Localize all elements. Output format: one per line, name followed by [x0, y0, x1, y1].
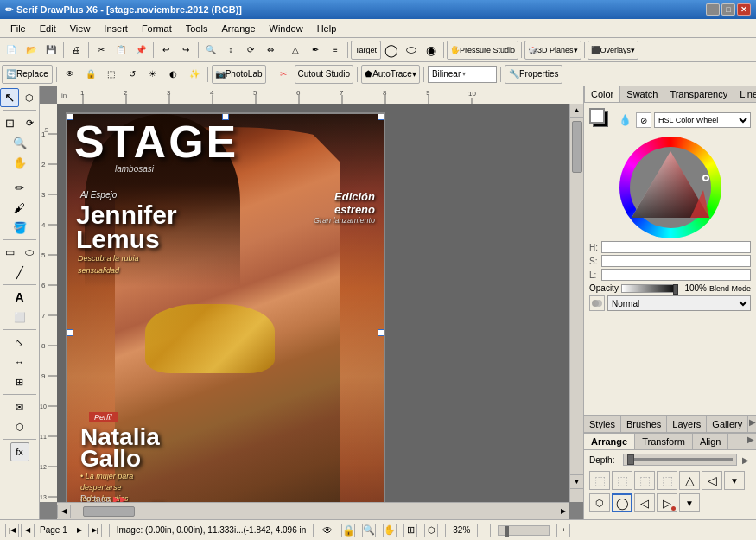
tab-transform[interactable]: Transform [635, 434, 693, 449]
replace-button[interactable]: 🔄 Replace [2, 65, 53, 84]
tab-styles[interactable]: Styles [584, 416, 621, 432]
menu-format[interactable]: Format [135, 22, 179, 35]
align-button[interactable]: ≡ [326, 41, 345, 60]
overlays-button[interactable]: ⬛ Overlays▾ [588, 41, 639, 60]
tab-layers[interactable]: Layers [667, 416, 707, 432]
pan-tool[interactable]: ✋ [10, 153, 29, 172]
menu-view[interactable]: View [63, 22, 98, 35]
zoom-button[interactable]: 🔍 [201, 41, 220, 60]
maximize-button[interactable]: □ [721, 3, 735, 16]
circle-btn[interactable]: ◐ [164, 65, 183, 84]
zoom-out-button[interactable]: 🔍 [362, 524, 376, 537]
selection-handle-tm[interactable] [222, 113, 229, 120]
planes-button[interactable]: 🎲 3D Planes▾ [524, 41, 581, 60]
depth-thumb[interactable] [627, 454, 634, 465]
menu-insert[interactable]: Insert [97, 22, 135, 35]
line-tool[interactable]: ╱ [10, 263, 29, 282]
menu-arrange[interactable]: Arrange [214, 22, 262, 35]
envelope-tool[interactable]: ✉ [10, 397, 29, 416]
circle-btn3[interactable]: ◉ [422, 41, 441, 60]
selection-handle-tl[interactable] [67, 113, 73, 120]
print-button[interactable]: 🖨 [67, 41, 86, 60]
tab-arrange[interactable]: Arrange [584, 434, 635, 449]
tab-align[interactable]: Align [693, 434, 728, 449]
new-button[interactable]: 📄 [2, 41, 21, 60]
table-tool[interactable]: ⊞ [10, 372, 29, 391]
color-marker[interactable] [702, 175, 709, 181]
menu-file[interactable]: File [3, 22, 33, 35]
fit-page-button[interactable]: ⊞ [403, 524, 417, 537]
effects-tool[interactable]: fx [10, 442, 29, 461]
magazine-cover[interactable]: STAGE lambosasi Al Espejo Jennifer Lemus… [66, 112, 385, 502]
pen-button[interactable]: ✒ [306, 41, 325, 60]
prev-page-button[interactable]: ◀ [21, 524, 35, 537]
opacity-slider[interactable] [621, 284, 678, 293]
tab-transparency[interactable]: Transparency [664, 86, 734, 102]
view-toggle-button[interactable]: 👁 [321, 524, 334, 537]
properties-button[interactable]: 🔧 Properties [505, 65, 563, 84]
rotate-button[interactable]: ⟳ [241, 41, 260, 60]
color-swatches[interactable] [589, 108, 613, 132]
none-color-button[interactable]: ⊘ [636, 112, 651, 128]
target-button[interactable]: Target [351, 41, 381, 60]
lock-button[interactable]: 🔒 [81, 65, 100, 84]
selection-handle-tr[interactable] [378, 113, 384, 120]
tab-gallery[interactable]: Gallery [707, 416, 748, 432]
minimize-button[interactable]: ─ [706, 3, 720, 16]
zoom-minus-button[interactable]: − [477, 524, 491, 537]
styles-expand-icon[interactable]: ▶ [748, 416, 756, 427]
circle-btn2[interactable]: ⬭ [402, 41, 421, 60]
connector-tool[interactable]: ⤡ [10, 333, 29, 352]
fg-swatch[interactable] [589, 108, 605, 124]
depth-expand-icon[interactable]: ▶ [740, 454, 751, 465]
move-back-button[interactable]: ⬚ [589, 471, 610, 490]
sun-button[interactable]: ☀ [143, 65, 162, 84]
refresh-button[interactable]: ↺ [123, 65, 142, 84]
text-tool[interactable]: A [10, 288, 29, 307]
pan-status-button[interactable]: ✋ [383, 524, 397, 537]
zoom-slider[interactable] [498, 525, 550, 536]
hand-tool-button[interactable]: 🔒 [341, 524, 355, 537]
crop-tool[interactable]: ⊡ [0, 113, 19, 132]
titlebar-controls[interactable]: ─ □ ✕ [706, 3, 751, 16]
eye-button[interactable]: 👁 [60, 65, 79, 84]
selection-handle-ml[interactable] [67, 329, 73, 336]
more-arrange-button[interactable]: ▼ [724, 471, 745, 490]
tab-line[interactable]: Line [734, 86, 756, 102]
menu-help[interactable]: Help [310, 22, 344, 35]
save-button[interactable]: 💾 [41, 41, 60, 60]
select-tool[interactable]: ↖ [0, 88, 19, 107]
vertical-scrollbar[interactable]: ▲ ▼ [569, 104, 583, 502]
canvas-content[interactable]: STAGE lambosasi Al Espejo Jennifer Lemus… [57, 104, 569, 502]
scroll-thumb-h[interactable] [83, 506, 135, 517]
flip-button[interactable]: ⇔ [261, 41, 280, 60]
move-back-one-button[interactable]: ⬚ [612, 471, 632, 490]
scroll-thumb-v[interactable] [572, 121, 582, 173]
photolab-button[interactable]: 📷 PhotoLab [212, 65, 266, 84]
menu-window[interactable]: Window [263, 22, 310, 35]
quality-button[interactable]: ⬡ [424, 524, 438, 537]
selection-handle-mr[interactable] [378, 329, 384, 336]
pressure-button[interactable]: 🖐 Pressure Studio [447, 41, 518, 60]
tab-color[interactable]: Color [584, 86, 620, 102]
effects-button[interactable]: ✨ [185, 65, 204, 84]
blend-mode-dropdown[interactable]: Normal Multiply Screen Overlay [607, 295, 751, 311]
rotate-90-button[interactable]: ◯ [612, 493, 632, 512]
pencil-tool[interactable]: ✏ [10, 178, 29, 197]
autotrace-button[interactable]: ⬟ AutoTrace ▾ [361, 65, 420, 84]
scroll-left-button[interactable]: ◀ [57, 505, 71, 518]
saturation-input[interactable] [601, 255, 751, 267]
blend-icon[interactable] [589, 295, 605, 311]
tab-brushes[interactable]: Brushes [621, 416, 667, 432]
arrange-expand-icon[interactable]: ▶ [746, 434, 756, 444]
undo-button[interactable]: ↩ [156, 41, 175, 60]
paste-button[interactable]: 📌 [131, 41, 150, 60]
flip-v-button[interactable]: ◁ [702, 471, 722, 490]
dimension-tool[interactable]: ↔ [10, 353, 29, 372]
menu-tools[interactable]: Tools [179, 22, 215, 35]
rect-tool[interactable]: ▭ [0, 243, 19, 262]
fill-tool[interactable]: 🪣 [10, 218, 29, 237]
layer-button[interactable]: ⬚ [102, 65, 121, 84]
perspective-tool[interactable]: ⬡ [10, 417, 29, 436]
eyedropper-button[interactable]: 💧 [616, 111, 633, 129]
